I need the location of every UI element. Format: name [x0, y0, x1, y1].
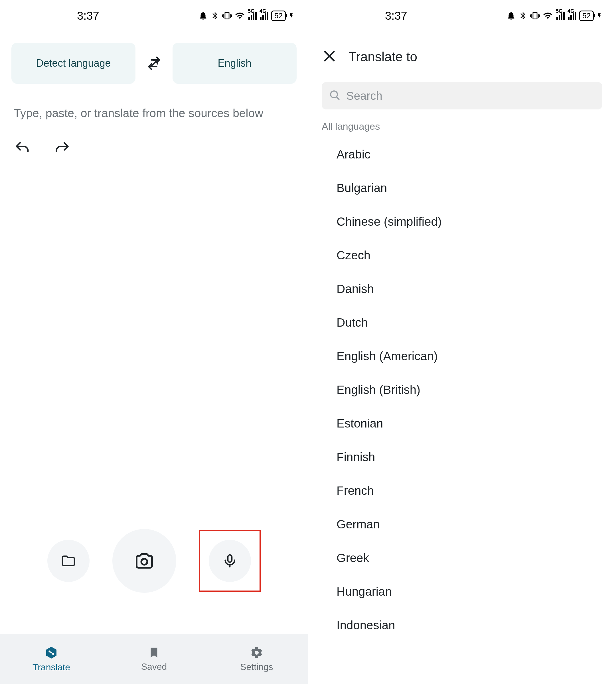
swap-icon [146, 55, 162, 71]
swap-languages-button[interactable] [144, 55, 164, 71]
language-list[interactable]: Arabic Bulgarian Chinese (simplified) Cz… [308, 138, 616, 642]
folder-icon [61, 553, 76, 569]
voice-input-button[interactable] [209, 540, 251, 582]
vibrate-icon [530, 11, 540, 21]
source-language-button[interactable]: Detect language [12, 43, 135, 84]
status-icons: 5G 4G 52 [506, 10, 602, 21]
language-item[interactable]: German [308, 507, 616, 541]
document-input-button[interactable] [47, 540, 90, 582]
search-input[interactable] [346, 90, 595, 102]
battery-icon: 52 [271, 10, 286, 21]
language-item[interactable]: English (American) [308, 339, 616, 373]
microphone-icon [222, 553, 238, 569]
svg-rect-1 [228, 555, 232, 562]
undo-button[interactable] [14, 140, 31, 158]
bookmark-icon [148, 646, 160, 659]
search-box[interactable] [322, 82, 602, 110]
translate-icon [44, 645, 59, 660]
alarm-icon [198, 11, 208, 21]
status-time: 3:37 [385, 9, 407, 22]
source-language-label: Detect language [36, 57, 111, 69]
status-bar: 3:37 5G 4G 52 [0, 0, 308, 31]
status-icons: 5G 4G 52 [198, 10, 294, 21]
translate-input-placeholder[interactable]: Type, paste, or translate from the sourc… [0, 90, 308, 129]
target-language-button[interactable]: English [173, 43, 296, 84]
language-item[interactable]: Dutch [308, 306, 616, 339]
voice-input-highlight [199, 530, 261, 592]
picker-title: Translate to [349, 49, 417, 64]
signal-5g-icon: 5G [556, 12, 565, 20]
language-item[interactable]: Bulgarian [308, 171, 616, 205]
language-item[interactable]: Chinese (simplified) [308, 205, 616, 238]
charging-icon [597, 11, 602, 21]
language-item[interactable]: Greek [308, 541, 616, 575]
nav-translate-label: Translate [32, 662, 70, 672]
status-time: 3:37 [77, 9, 99, 22]
close-icon [322, 48, 337, 64]
language-item[interactable]: Czech [308, 238, 616, 272]
bluetooth-icon [519, 11, 527, 21]
signal-4g-icon: 4G [260, 12, 268, 20]
redo-button[interactable] [53, 140, 71, 158]
language-item[interactable]: English (British) [308, 373, 616, 407]
nav-saved[interactable]: Saved [103, 634, 205, 684]
search-icon [329, 89, 341, 102]
charging-icon [289, 11, 294, 21]
vibrate-icon [222, 11, 232, 21]
nav-settings-label: Settings [240, 662, 273, 672]
wifi-icon [543, 11, 553, 21]
translate-main-screen: 3:37 5G 4G 52 [0, 0, 308, 684]
bluetooth-icon [211, 11, 219, 21]
nav-settings[interactable]: Settings [205, 634, 308, 684]
wifi-icon [235, 11, 245, 21]
input-source-row [0, 529, 308, 593]
bottom-nav: Translate Saved Settings [0, 634, 308, 684]
alarm-icon [506, 11, 516, 21]
undo-icon [14, 140, 31, 157]
svg-point-0 [141, 559, 148, 565]
signal-5g-icon: 5G [248, 12, 257, 20]
language-item[interactable]: Arabic [308, 138, 616, 171]
language-item[interactable]: French [308, 474, 616, 507]
language-selector-row: Detect language English [0, 31, 308, 90]
status-bar: 3:37 5G 4G 52 [308, 0, 616, 31]
nav-translate[interactable]: Translate [0, 634, 103, 684]
language-item[interactable]: Indonesian [308, 609, 616, 642]
signal-4g-icon: 4G [568, 12, 576, 20]
picker-header: Translate to [308, 31, 616, 73]
language-item[interactable]: Danish [308, 272, 616, 306]
undo-redo-row [0, 129, 308, 169]
language-picker-screen: 3:37 5G 4G 52 [308, 0, 616, 684]
camera-icon [134, 551, 155, 571]
nav-saved-label: Saved [141, 661, 167, 672]
gear-icon [250, 646, 264, 660]
redo-icon [53, 140, 71, 157]
close-button[interactable] [322, 48, 337, 65]
language-item[interactable]: Hungarian [308, 575, 616, 609]
battery-icon: 52 [579, 10, 594, 21]
target-language-label: English [218, 57, 251, 69]
language-item[interactable]: Finnish [308, 440, 616, 474]
camera-input-button[interactable] [112, 529, 176, 593]
all-languages-label: All languages [308, 115, 616, 138]
language-item[interactable]: Estonian [308, 407, 616, 440]
